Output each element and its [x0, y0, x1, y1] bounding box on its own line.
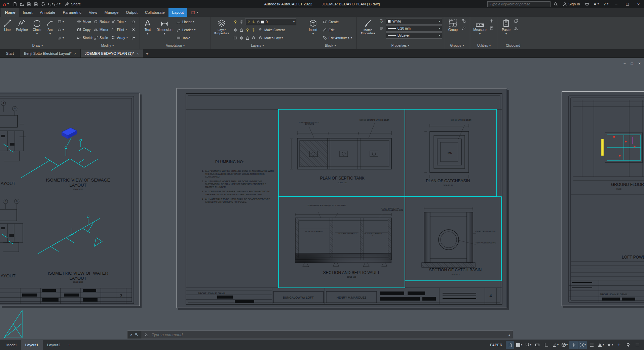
file-tab-start[interactable]: Start	[0, 49, 20, 57]
undo-button[interactable]: ▾	[47, 0, 54, 8]
copy-clip-button[interactable]	[514, 18, 519, 23]
panel-label-modify[interactable]: Modify▾	[75, 42, 140, 49]
explode-button[interactable]	[131, 26, 137, 34]
id-point-button[interactable]	[489, 18, 494, 23]
circle-button[interactable]: Circle▾	[30, 18, 44, 42]
insert-button[interactable]: Insert▾	[306, 18, 320, 42]
new-drawing-button[interactable]: +	[143, 49, 151, 57]
septic-vault-section-drawing[interactable]	[295, 212, 391, 267]
command-input[interactable]	[149, 333, 506, 337]
tab-output[interactable]: Output	[122, 8, 141, 17]
catchbasin-section-drawing[interactable]	[422, 207, 476, 267]
ellipse-button[interactable]: ▾	[57, 26, 64, 34]
tab-addons[interactable]: ▾	[187, 8, 202, 17]
drawing-area[interactable]: − □ ×	[0, 58, 644, 340]
tab-view[interactable]: View	[85, 8, 101, 17]
ungroup-button[interactable]	[461, 18, 466, 23]
tab-collaborate[interactable]: Collaborate	[141, 8, 168, 17]
panel-label-draw[interactable]: Draw▾	[0, 42, 75, 49]
tab-home[interactable]: Home	[1, 8, 19, 17]
search-button[interactable]	[552, 0, 560, 8]
command-close-button[interactable]: ×	[130, 333, 132, 337]
sheet-isometric-views[interactable]: 4 6 5 8 AYOUT ISOMETRIC VIEW OF SEWAGE L…	[0, 93, 140, 306]
tab-annotate[interactable]: Annotate	[36, 8, 59, 17]
panel-label-block[interactable]: Block▾	[304, 42, 356, 49]
layer-freeze2-button[interactable]	[239, 36, 244, 40]
open-button[interactable]	[18, 0, 26, 8]
polyline-button[interactable]: Polyline	[14, 18, 30, 42]
grid-display-button[interactable]: ▾	[515, 341, 523, 349]
save-as-button[interactable]	[33, 0, 40, 8]
edit-block-button[interactable]: Edit	[323, 26, 352, 34]
customization-button[interactable]	[633, 341, 641, 349]
fillet-button[interactable]: Fillet▾	[111, 26, 131, 34]
doc-minimize-button[interactable]: −	[623, 61, 626, 66]
array-button[interactable]: Array▾	[111, 34, 131, 42]
leader-button[interactable]: Leader▾	[176, 26, 195, 34]
sheet-power-layout[interactable]: GROUND FLOOR P SCALE LOFT POWE ARCHT. JO…	[562, 91, 644, 306]
ortho-mode-button[interactable]	[542, 341, 551, 349]
dimension-button[interactable]: Dimension▾	[155, 18, 174, 42]
make-current-button[interactable]: Make Current	[258, 26, 285, 34]
help-search-input[interactable]	[487, 1, 551, 7]
app-store-button[interactable]	[583, 0, 591, 8]
layer-properties-button[interactable]: Layer Properties	[212, 18, 231, 42]
command-history-button[interactable]: ▴	[506, 333, 513, 337]
group-edit-button[interactable]	[461, 26, 466, 31]
panel-label-clipboard[interactable]: Clipboard	[498, 42, 528, 49]
hatch-button[interactable]: ▾	[57, 34, 64, 42]
copy-button[interactable]: Copy	[77, 26, 93, 34]
dynamic-input-button[interactable]	[533, 341, 541, 349]
workspace-switching-button[interactable]: ▾	[606, 341, 614, 349]
paste-button[interactable]: Paste▾	[499, 18, 513, 42]
tab-insert[interactable]: Insert	[19, 8, 36, 17]
tab-manage[interactable]: Manage	[101, 8, 122, 17]
isolate-objects-button[interactable]	[624, 341, 632, 349]
mirror-button[interactable]: Mirror	[93, 26, 111, 34]
color-wheel-button[interactable]	[379, 18, 384, 23]
layout2-tab[interactable]: Layout2	[43, 340, 65, 350]
panel-label-layers[interactable]: Layers▾	[211, 42, 304, 49]
redo-button[interactable]: ▾	[54, 0, 61, 8]
close-tab-icon[interactable]: ×	[74, 51, 76, 55]
rectangle-button[interactable]: ▾	[57, 18, 64, 26]
create-block-button[interactable]: Create	[323, 18, 352, 26]
layer-thaw-all-button[interactable]	[251, 28, 256, 32]
snap-mode-button[interactable]: ▾	[524, 341, 532, 349]
stretch-button[interactable]: Stretch	[77, 34, 93, 42]
group-button[interactable]: Group	[446, 18, 460, 42]
app-menu-button[interactable]: A▾	[0, 0, 11, 8]
customize-wrench-icon[interactable]	[135, 333, 139, 337]
lineweight-display-button[interactable]	[588, 341, 596, 349]
table-button[interactable]: Table	[176, 34, 195, 42]
model-paper-toggle-button[interactable]	[506, 341, 514, 349]
panel-label-utilities[interactable]: Utilities▾	[470, 42, 498, 49]
doc-close-button[interactable]: ×	[638, 61, 641, 66]
rotate-button[interactable]: Rotate	[93, 17, 111, 26]
model-tab[interactable]: Model	[2, 340, 21, 350]
layer-prev-button[interactable]	[251, 36, 256, 40]
minimize-button[interactable]: −	[611, 0, 621, 8]
arc-button[interactable]: Arc▾	[44, 18, 56, 42]
layer-lock-button[interactable]	[239, 28, 244, 32]
layout1-tab[interactable]: Layout1	[21, 340, 43, 350]
save-button[interactable]	[26, 0, 33, 8]
file-tab-benji[interactable]: Benji Sotto Electrical Layout*×	[20, 49, 81, 57]
doc-restore-button[interactable]: □	[631, 61, 633, 66]
layer-walk-button[interactable]	[233, 36, 238, 40]
trim-button[interactable]: Trim▾	[111, 17, 131, 26]
close-tab-icon[interactable]: ×	[137, 51, 139, 55]
panel-label-annotation[interactable]: Annotation▾	[140, 42, 211, 49]
new-button[interactable]	[11, 0, 18, 8]
layer-off-button[interactable]	[233, 20, 238, 24]
properties-list-button[interactable]	[379, 26, 384, 31]
offset-button[interactable]	[131, 34, 137, 42]
add-scales-button[interactable]: +	[615, 341, 623, 349]
stray-triangle-object[interactable]	[1, 308, 28, 339]
annotation-scale-button[interactable]: ▾	[597, 341, 605, 349]
panel-label-properties[interactable]: Properties▾	[357, 42, 444, 49]
object-snap-button[interactable]: ▾	[578, 341, 587, 349]
polar-tracking-button[interactable]: ▾	[551, 341, 560, 349]
panel-label-groups[interactable]: Groups▾	[444, 42, 470, 49]
text-button[interactable]: Text▾	[141, 18, 154, 42]
